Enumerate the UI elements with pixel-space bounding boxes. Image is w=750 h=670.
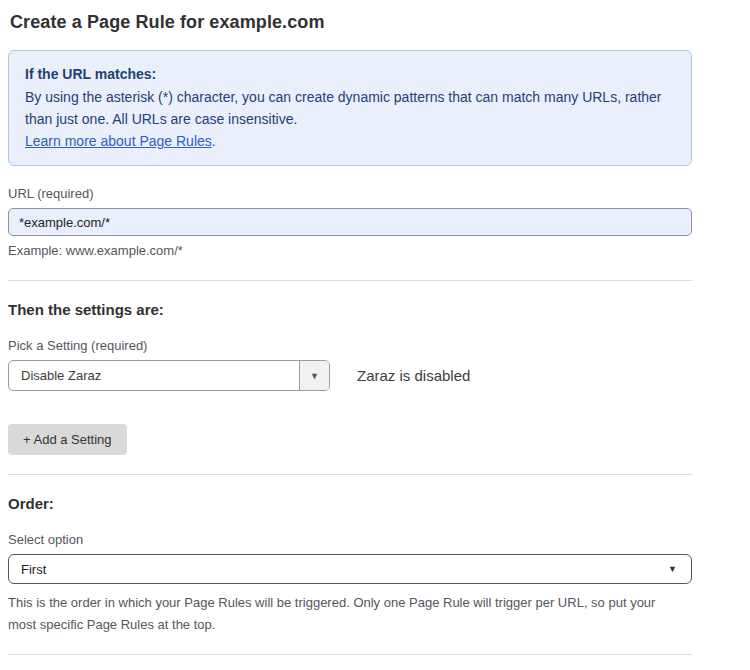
order-dropdown-value: First (21, 562, 46, 577)
page-title: Create a Page Rule for example.com (10, 12, 692, 33)
add-setting-button[interactable]: + Add a Setting (8, 424, 127, 455)
info-box-body: By using the asterisk (*) character, you… (25, 86, 665, 130)
url-input[interactable] (8, 208, 692, 236)
setting-dropdown-value: Disable Zaraz (9, 361, 299, 390)
learn-more-link[interactable]: Learn more about Page Rules (25, 133, 212, 149)
chevron-down-icon: ▼ (668, 564, 677, 574)
order-dropdown[interactable]: First ▼ (8, 554, 692, 584)
setting-dropdown-arrow-box[interactable]: ▼ (299, 361, 329, 390)
url-field-label: URL (required) (8, 186, 692, 201)
page-rule-form: Create a Page Rule for example.com If th… (8, 0, 692, 670)
setting-row: Disable Zaraz ▼ Zaraz is disabled (8, 360, 692, 391)
pick-setting-label: Pick a Setting (required) (8, 338, 692, 353)
url-example-text: Example: www.example.com/* (8, 243, 692, 258)
order-help-text: This is the order in which your Page Rul… (8, 592, 680, 636)
footer-divider (8, 654, 692, 655)
chevron-down-icon: ▼ (310, 371, 319, 381)
setting-status-text: Zaraz is disabled (357, 367, 470, 384)
info-link-line: Learn more about Page Rules. (25, 130, 675, 152)
setting-dropdown[interactable]: Disable Zaraz ▼ (8, 360, 330, 391)
section-divider (8, 474, 692, 475)
section-divider (8, 280, 692, 281)
info-box-heading: If the URL matches: (25, 63, 675, 85)
settings-section-heading: Then the settings are: (8, 301, 692, 318)
link-suffix: . (212, 133, 216, 149)
url-match-info-box: If the URL matches: By using the asteris… (8, 50, 692, 166)
order-section-heading: Order: (8, 495, 692, 512)
order-select-label: Select option (8, 532, 692, 547)
